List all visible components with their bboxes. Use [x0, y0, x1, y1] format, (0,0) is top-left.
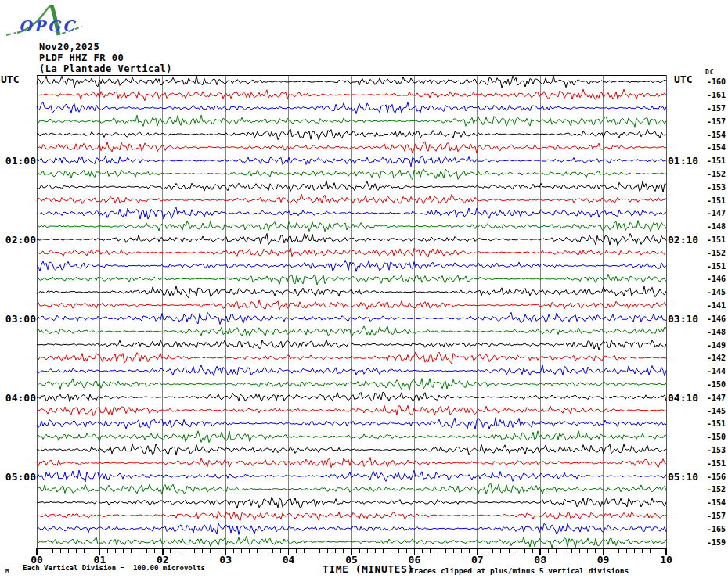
right-hour-label: 04:10 [668, 391, 698, 403]
dc-offset-value: -142 [707, 354, 726, 362]
dc-offset-value: -151 [707, 261, 726, 270]
dc-offset-value: -156 [707, 472, 726, 480]
right-hour-label: 03:10 [668, 312, 698, 324]
dc-offset-value: -151 [707, 458, 726, 467]
seismogram-plot [0, 0, 728, 582]
dc-offset-value: -160 [707, 77, 726, 86]
dc-offset-value: -150 [707, 379, 726, 388]
left-hour-label: 04:00 [0, 391, 36, 403]
right-hour-label: 02:10 [668, 234, 698, 246]
dc-offset-value: -161 [707, 91, 726, 99]
dc-offset-value: -152 [707, 248, 726, 257]
dc-offset-value: -149 [707, 340, 726, 349]
x-tick-label: 08 [534, 554, 546, 566]
x-tick-label: 09 [597, 554, 610, 566]
dc-offset-value: -154 [707, 498, 726, 507]
dc-offset-value: -151 [707, 196, 726, 204]
dc-offset-value: -157 [707, 104, 726, 113]
clip-note: Traces clipped at plus/minus 5 vertical … [409, 566, 629, 575]
dc-offset-value: -157 [707, 117, 726, 125]
scale-mark-icon: M [5, 568, 9, 574]
dc-offset-value: -151 [707, 156, 726, 165]
dc-offset-value: -159 [707, 537, 726, 546]
x-axis-title: TIME (MINUTES) [323, 563, 414, 575]
dc-offset-value: -148 [707, 327, 726, 336]
left-hour-label: 01:00 [0, 155, 36, 167]
helicorder-page: OPGC Nov20,2025 PLDF HHZ FR 00 (La Plant… [0, 0, 728, 582]
dc-offset-value: -153 [707, 445, 726, 454]
dc-offset-value: -144 [707, 367, 726, 375]
left-hour-label: 05:00 [0, 470, 36, 482]
dc-offset-value: -141 [707, 301, 726, 310]
dc-offset-value: -146 [707, 275, 726, 283]
left-hour-label: 02:00 [0, 234, 36, 246]
dc-offset-value: -148 [707, 222, 726, 231]
dc-offset-value: -145 [707, 288, 726, 296]
dc-offset-value: -145 [707, 406, 726, 415]
left-hour-label: 03:00 [0, 312, 36, 324]
dc-offset-value: -151 [707, 419, 726, 428]
x-tick-label: 04 [283, 554, 295, 566]
x-tick-label: 10 [660, 554, 672, 566]
right-hour-label: 05:10 [668, 470, 698, 482]
dc-offset-value: -147 [707, 393, 726, 401]
dc-offset-value: -147 [707, 209, 726, 217]
vertical-division-note: Each Vertical Division = 100.00 microvol… [23, 564, 205, 572]
dc-offset-value: -154 [707, 143, 726, 152]
x-tick-label: 03 [219, 554, 232, 566]
dc-offset-value: -150 [707, 433, 726, 441]
dc-offset-value: -153 [707, 182, 726, 191]
dc-offset-value: -146 [707, 314, 726, 322]
dc-offset-value: -165 [707, 524, 726, 533]
right-hour-label: 01:10 [668, 155, 698, 167]
dc-offset-value: -152 [707, 170, 726, 178]
dc-offset-value: -152 [707, 485, 726, 494]
x-tick-label: 07 [471, 554, 484, 566]
dc-offset-value: -157 [707, 511, 726, 519]
dc-offset-value: -154 [707, 130, 726, 138]
dc-offset-value: -151 [707, 235, 726, 244]
